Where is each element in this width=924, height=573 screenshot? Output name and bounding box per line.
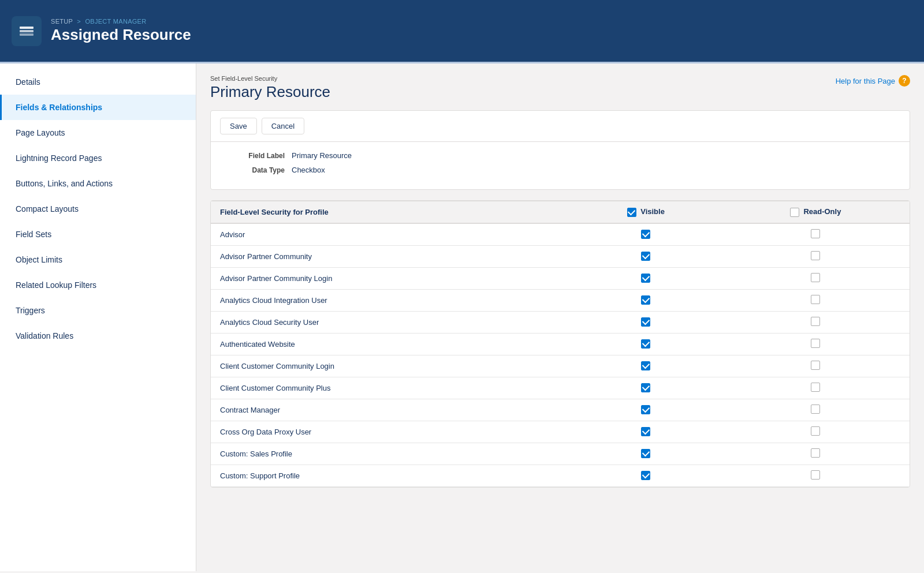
table-row: Advisor Partner Community	[211, 245, 910, 267]
readonly-cell	[722, 223, 910, 246]
save-button[interactable]: Save	[220, 118, 257, 134]
readonly-cell	[722, 399, 910, 421]
visible-cell	[570, 267, 721, 289]
readonly-cell	[722, 311, 910, 333]
data-type-caption: Data Type	[222, 166, 292, 174]
visible-checkbox[interactable]	[641, 252, 650, 261]
visible-checkbox[interactable]	[641, 427, 650, 436]
breadcrumb: SETUP > OBJECT MANAGER	[51, 18, 191, 25]
field-label-row: Field Label Primary Resource	[222, 151, 898, 160]
main-layout: DetailsFields & RelationshipsPage Layout…	[0, 63, 924, 571]
readonly-checkbox[interactable]	[811, 405, 820, 414]
data-type-row: Data Type Checkbox	[222, 166, 898, 174]
sidebar-item-details[interactable]: Details	[0, 69, 196, 95]
sidebar-item-object-limits[interactable]: Object Limits	[0, 247, 196, 272]
visible-header-checkbox[interactable]	[627, 208, 636, 217]
app-header: SETUP > OBJECT MANAGER Assigned Resource	[0, 0, 924, 63]
breadcrumb-setup[interactable]: SETUP	[51, 18, 73, 25]
visible-cell	[570, 311, 721, 333]
sidebar-item-triggers[interactable]: Triggers	[0, 298, 196, 323]
visible-cell	[570, 355, 721, 377]
visible-checkbox[interactable]	[641, 405, 650, 414]
visible-cell	[570, 465, 721, 486]
readonly-checkbox[interactable]	[811, 470, 820, 480]
content-subtitle: Set Field-Level Security	[210, 75, 330, 82]
table-row: Analytics Cloud Security User	[211, 311, 910, 333]
readonly-checkbox[interactable]	[811, 426, 820, 436]
readonly-cell	[722, 377, 910, 399]
sidebar-item-validation-rules[interactable]: Validation Rules	[0, 323, 196, 349]
readonly-cell	[722, 267, 910, 289]
readonly-header-checkbox[interactable]	[790, 208, 799, 217]
table-row: Client Customer Community Plus	[211, 377, 910, 399]
visible-checkbox[interactable]	[641, 449, 650, 458]
sidebar-item-fields-relationships[interactable]: Fields & Relationships	[0, 95, 196, 120]
table-row: Advisor	[211, 223, 910, 246]
readonly-checkbox[interactable]	[811, 317, 820, 326]
sidebar-item-buttons-links-actions[interactable]: Buttons, Links, and Actions	[0, 171, 196, 196]
readonly-checkbox[interactable]	[811, 448, 820, 458]
visible-cell	[570, 245, 721, 267]
table-row: Analytics Cloud Integration User	[211, 289, 910, 311]
sidebar-item-field-sets[interactable]: Field Sets	[0, 222, 196, 247]
col-readonly-header: Read-Only	[722, 201, 910, 223]
security-table-card: Field-Level Security for Profile Visible…	[210, 200, 910, 488]
table-row: Custom: Sales Profile	[211, 443, 910, 465]
readonly-cell	[722, 355, 910, 377]
header-text: SETUP > OBJECT MANAGER Assigned Resource	[51, 18, 191, 44]
readonly-cell	[722, 421, 910, 443]
help-icon: ?	[899, 75, 910, 87]
table-row: Authenticated Website	[211, 333, 910, 355]
sidebar: DetailsFields & RelationshipsPage Layout…	[0, 63, 196, 571]
profile-name: Cross Org Data Proxy User	[211, 421, 570, 443]
sidebar-item-lightning-record-pages[interactable]: Lightning Record Pages	[0, 145, 196, 171]
readonly-checkbox[interactable]	[811, 273, 820, 282]
readonly-checkbox[interactable]	[811, 229, 820, 238]
data-type-value: Checkbox	[292, 166, 325, 174]
field-info: Field Label Primary Resource Data Type C…	[211, 142, 910, 189]
col-visible-header: Visible	[570, 201, 721, 223]
visible-checkbox[interactable]	[641, 295, 650, 305]
table-row: Contract Manager	[211, 399, 910, 421]
profile-name: Authenticated Website	[211, 333, 570, 355]
readonly-checkbox[interactable]	[811, 295, 820, 304]
cancel-button[interactable]: Cancel	[262, 118, 304, 134]
visible-checkbox[interactable]	[641, 361, 650, 370]
profile-name: Advisor Partner Community	[211, 245, 570, 267]
security-table: Field-Level Security for Profile Visible…	[211, 201, 910, 487]
svg-rect-2	[20, 33, 33, 36]
sidebar-item-compact-layouts[interactable]: Compact Layouts	[0, 196, 196, 222]
profile-name: Advisor Partner Community Login	[211, 267, 570, 289]
field-info-card: Save Cancel Field Label Primary Resource…	[210, 110, 910, 190]
readonly-checkbox[interactable]	[811, 383, 820, 392]
visible-cell	[570, 223, 721, 246]
field-label-caption: Field Label	[222, 152, 292, 160]
profile-name: Client Customer Community Plus	[211, 377, 570, 399]
visible-cell	[570, 333, 721, 355]
visible-cell	[570, 421, 721, 443]
readonly-cell	[722, 245, 910, 267]
profile-name: Advisor	[211, 223, 570, 246]
visible-checkbox[interactable]	[641, 471, 650, 480]
profile-name: Analytics Cloud Integration User	[211, 289, 570, 311]
table-row: Advisor Partner Community Login	[211, 267, 910, 289]
readonly-checkbox[interactable]	[811, 361, 820, 370]
readonly-checkbox[interactable]	[811, 251, 820, 260]
help-link-text: Help for this Page	[836, 77, 895, 85]
breadcrumb-object-manager[interactable]: OBJECT MANAGER	[85, 18, 146, 25]
visible-checkbox[interactable]	[641, 383, 650, 392]
readonly-checkbox[interactable]	[811, 339, 820, 348]
sidebar-item-related-lookup-filters[interactable]: Related Lookup Filters	[0, 272, 196, 298]
visible-checkbox[interactable]	[641, 317, 650, 327]
visible-checkbox[interactable]	[641, 274, 650, 283]
visible-checkbox[interactable]	[641, 230, 650, 239]
visible-checkbox[interactable]	[641, 339, 650, 349]
table-row: Custom: Support Profile	[211, 465, 910, 486]
app-icon	[12, 16, 42, 46]
readonly-cell	[722, 333, 910, 355]
help-link[interactable]: Help for this Page ?	[836, 75, 910, 87]
content-area: Set Field-Level Security Primary Resourc…	[196, 63, 924, 571]
sidebar-item-page-layouts[interactable]: Page Layouts	[0, 120, 196, 145]
profile-name: Analytics Cloud Security User	[211, 311, 570, 333]
profile-name: Custom: Sales Profile	[211, 443, 570, 465]
